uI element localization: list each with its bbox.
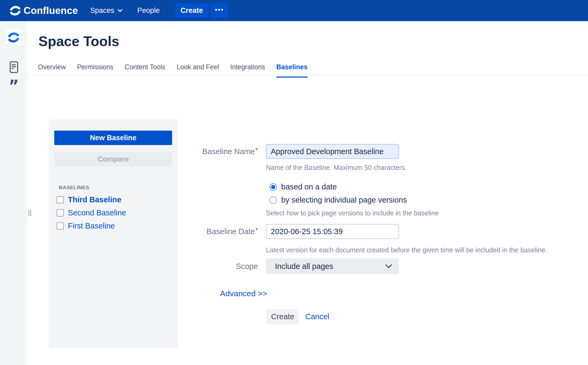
required-asterisk: *	[256, 147, 258, 154]
nav-people-label: People	[137, 6, 160, 15]
form-cancel-link[interactable]: Cancel	[305, 309, 329, 324]
confluence-logo-icon	[10, 5, 21, 16]
list-item: First Baseline	[57, 221, 126, 231]
quote-icon: ”	[9, 81, 19, 91]
page-title: Space Tools	[38, 33, 119, 49]
confluence-brand[interactable]: Confluence	[10, 5, 78, 16]
baseline-checkbox-first[interactable]	[57, 222, 64, 230]
confluence-space-tools-page: Confluence Spaces People Create •••	[0, 0, 588, 365]
form-create-button[interactable]: Create	[266, 309, 299, 324]
scope-selected-value: Include all pages	[275, 262, 385, 271]
nav-spaces-label: Spaces	[90, 6, 114, 15]
tab-look-and-feel[interactable]: Look and Feel	[177, 63, 219, 78]
space-logo-tile[interactable]	[6, 29, 22, 45]
baseline-link-first[interactable]: First Baseline	[68, 222, 115, 230]
space-sidebar-strip: ”	[0, 21, 28, 365]
more-actions-button[interactable]: •••	[211, 3, 228, 18]
baseline-name-label: Baseline Name*	[180, 144, 258, 159]
baseline-checkbox-third[interactable]	[57, 196, 64, 203]
radio-unselected-icon	[269, 196, 277, 204]
baseline-date-help: Latest version for each document created…	[266, 246, 547, 254]
blog-sidebar-item[interactable]: ”	[0, 81, 28, 91]
document-icon	[10, 61, 18, 73]
sidebar-resize-grip[interactable]	[28, 210, 32, 216]
baseline-checkbox-second[interactable]	[57, 209, 64, 216]
mode-radio-versions[interactable]: by selecting individual page versions	[269, 196, 407, 204]
mode-radio-date[interactable]: based on a date	[269, 182, 337, 191]
confluence-space-logo-icon	[8, 32, 20, 43]
nav-spaces-menu[interactable]: Spaces	[90, 6, 122, 15]
compare-button[interactable]: Compare	[54, 152, 172, 166]
pages-sidebar-item[interactable]	[0, 61, 28, 73]
tab-integrations[interactable]: Integrations	[230, 63, 265, 78]
list-item: Third Baseline	[57, 195, 126, 204]
scope-select[interactable]: Include all pages	[266, 258, 399, 274]
space-tools-tabs: Overview Permissions Content Tools Look …	[38, 63, 308, 78]
scope-label: Scope	[180, 258, 258, 274]
tab-overview[interactable]: Overview	[38, 63, 66, 78]
baseline-name-input[interactable]	[266, 144, 399, 159]
nav-people[interactable]: People	[137, 6, 160, 15]
brand-name: Confluence	[24, 5, 78, 16]
tab-content-tools[interactable]: Content Tools	[125, 63, 165, 78]
mode-radio-date-label: based on a date	[281, 182, 337, 191]
tab-permissions[interactable]: Permissions	[77, 63, 113, 78]
baseline-name-help: Name of the Baseline. Maximum 50 charact…	[266, 164, 407, 172]
top-navigation-bar: Confluence Spaces People Create •••	[0, 0, 588, 21]
advanced-link[interactable]: Advanced >>	[220, 289, 267, 298]
baseline-link-second[interactable]: Second Baseline	[68, 208, 126, 217]
tab-baselines[interactable]: Baselines	[276, 63, 308, 78]
radio-selected-icon	[269, 183, 277, 191]
baseline-date-label: Baseline Date*	[180, 224, 258, 239]
baselines-list: Third Baseline Second Baseline First Bas…	[57, 195, 126, 231]
required-asterisk: *	[256, 227, 258, 234]
new-baseline-button[interactable]: New Baseline	[54, 131, 172, 145]
baselines-list-title: BASELINES	[59, 185, 89, 191]
more-icon: •••	[215, 6, 224, 14]
chevron-down-icon	[385, 264, 392, 268]
baseline-date-input[interactable]	[266, 224, 399, 239]
mode-radio-versions-label: by selecting individual page versions	[281, 196, 407, 204]
mode-help: Select how to pick page versions to incl…	[266, 209, 439, 217]
create-button[interactable]: Create	[175, 3, 208, 18]
chevron-down-icon	[118, 9, 122, 12]
list-item: Second Baseline	[57, 208, 126, 218]
baseline-link-third[interactable]: Third Baseline	[68, 195, 121, 204]
baselines-panel: New Baseline Compare BASELINES Third Bas…	[49, 119, 178, 348]
